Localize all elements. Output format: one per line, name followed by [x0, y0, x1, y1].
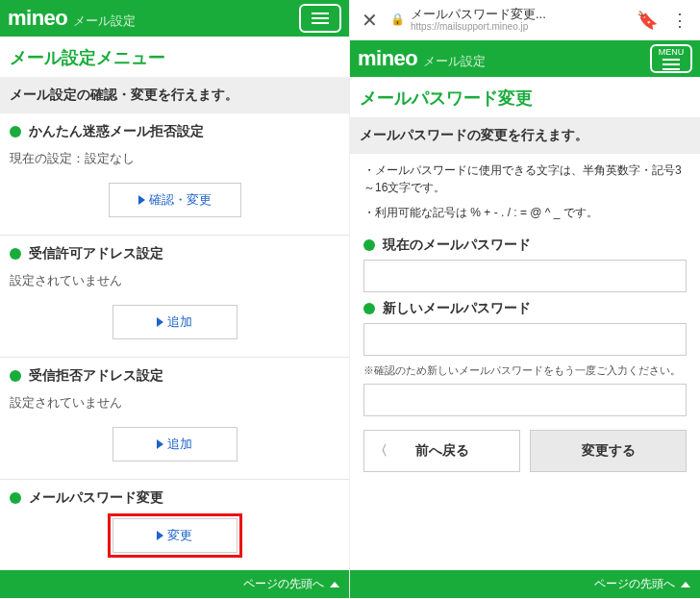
bullet-icon	[10, 492, 21, 504]
new-password-input[interactable]	[363, 323, 687, 356]
bullet-icon	[10, 370, 21, 382]
back-to-top-link[interactable]: ページの先頭へ	[0, 570, 349, 598]
play-icon	[157, 531, 163, 540]
footer-label: ページの先頭へ	[594, 576, 675, 592]
section-title: 受信拒否アドレス設定	[29, 367, 163, 385]
button-label: 確認・変更	[149, 191, 212, 209]
section-title: 受信許可アドレス設定	[29, 245, 163, 262]
brand-logo: mineo	[358, 46, 417, 71]
submit-button[interactable]: 変更する	[530, 430, 687, 472]
section-status: 現在の設定：設定なし	[0, 146, 349, 177]
bookmark-icon[interactable]: 🔖	[637, 10, 658, 31]
section-block-address: 受信拒否アドレス設定	[0, 357, 349, 390]
brand: mineo メール設定	[358, 46, 486, 71]
button-label: 変更する	[582, 442, 636, 460]
button-label: 変更	[167, 527, 192, 544]
close-icon[interactable]: ✕	[358, 9, 381, 32]
confirm-change-button[interactable]: 確認・変更	[109, 183, 241, 217]
lock-icon: 🔒	[390, 12, 405, 26]
section-password-change: メールパスワード変更	[0, 479, 349, 512]
note-allowed-symbols: ・利用可能な記号は % + - . / : = @ ^ _ です。	[363, 204, 687, 229]
section-title: かんたん迷惑メール拒否設定	[29, 123, 204, 140]
menu-label: MENU	[659, 48, 685, 57]
section-title: メールパスワード変更	[29, 489, 163, 507]
menu-button[interactable]	[299, 4, 341, 33]
browser-chrome: ✕ 🔒 メールパスワード変更... https://mailsupport.mi…	[350, 0, 700, 40]
page-url: https://mailsupport.mineo.jp	[411, 21, 546, 32]
chevron-up-icon	[330, 582, 339, 587]
page-description: メールパスワードの変更を行えます。	[350, 117, 700, 154]
brand-logo: mineo	[8, 6, 67, 31]
page-tab-title: メールパスワード変更...	[411, 8, 546, 21]
section-status: 設定されていません	[0, 390, 349, 421]
hamburger-icon	[312, 12, 329, 24]
header-bar: mineo メール設定 MENU	[350, 40, 700, 77]
button-label: 前へ戻る	[415, 442, 469, 460]
current-password-input[interactable]	[363, 260, 687, 292]
play-icon	[157, 317, 163, 327]
left-screen: mineo メール設定 メール設定メニュー メール設定の確認・変更を行えます。 …	[0, 0, 350, 598]
address-bar[interactable]: 🔒 メールパスワード変更... https://mailsupport.mine…	[390, 8, 627, 32]
label-new-password: 新しいメールパスワード	[363, 292, 687, 323]
footer-label: ページの先頭へ	[243, 576, 324, 592]
play-icon	[138, 195, 145, 205]
add-block-button[interactable]: 追加	[112, 427, 238, 462]
page-description: メール設定の確認・変更を行えます。	[0, 77, 349, 113]
bullet-icon	[363, 303, 375, 314]
back-button[interactable]: 〈 前へ戻る	[363, 430, 520, 472]
note-allowed-chars: ・メールパスワードに使用できる文字は、半角英数字・記号3～16文字です。	[363, 154, 687, 204]
section-spam-filter: かんたん迷惑メール拒否設定	[0, 113, 349, 146]
hamburger-icon	[662, 59, 680, 70]
brand: mineo メール設定	[8, 6, 136, 31]
button-label: 追加	[167, 436, 192, 453]
bullet-icon	[363, 239, 375, 251]
bullet-icon	[10, 248, 21, 260]
right-screen: ✕ 🔒 メールパスワード変更... https://mailsupport.mi…	[350, 0, 700, 598]
hint-confirm: ※確認のため新しいメールパスワードをもう一度ご入力ください。	[363, 356, 687, 384]
play-icon	[157, 439, 163, 449]
brand-subtitle: メール設定	[423, 53, 486, 70]
menu-button[interactable]: MENU	[650, 44, 692, 73]
bullet-icon	[10, 126, 21, 137]
brand-subtitle: メール設定	[73, 12, 136, 30]
confirm-password-input[interactable]	[363, 384, 687, 416]
label-current-password: 現在のメールパスワード	[363, 229, 687, 260]
page-title: メール設定メニュー	[0, 37, 349, 77]
button-label: 追加	[167, 313, 192, 331]
section-allow-address: 受信許可アドレス設定	[0, 235, 349, 268]
back-to-top-link[interactable]: ページの先頭へ	[350, 570, 700, 598]
more-icon[interactable]: ⋮	[667, 10, 692, 31]
section-status: 設定されていません	[0, 268, 349, 299]
page-title: メールパスワード変更	[350, 77, 700, 117]
chevron-left-icon: 〈	[374, 442, 388, 460]
header-bar: mineo メール設定	[0, 0, 349, 37]
change-password-button[interactable]: 変更	[112, 518, 238, 553]
chevron-up-icon	[681, 582, 690, 587]
add-allow-button[interactable]: 追加	[112, 305, 238, 339]
